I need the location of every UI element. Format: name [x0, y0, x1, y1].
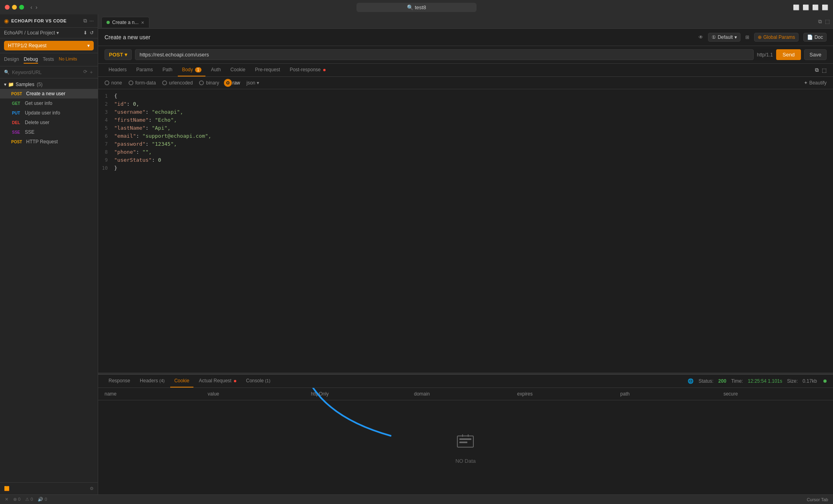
sidebar-item-sse[interactable]: SSE SSE	[0, 127, 98, 137]
line-number: 10	[98, 165, 114, 171]
env-select[interactable]: ① Default ▾	[708, 33, 740, 42]
radio-binary	[199, 80, 204, 85]
window-icon[interactable]: ⬜	[812, 4, 819, 10]
doc-label: Doc	[815, 34, 823, 40]
tab-auth[interactable]: Auth	[207, 64, 225, 76]
sidebar-search[interactable]: 🔍 Keyword/URL ⟳ ＋	[0, 66, 98, 78]
back-button[interactable]: ‹	[30, 4, 32, 10]
send-button[interactable]: Send	[776, 49, 801, 60]
split-view-icon[interactable]: ⧉	[818, 18, 822, 25]
resp-tab-actual-request[interactable]: Actual Request	[195, 375, 241, 388]
line-content: }	[114, 165, 117, 171]
item-label: SSE	[25, 129, 34, 135]
refresh-icon[interactable]: ↺	[90, 30, 94, 36]
tab-body[interactable]: Body 1	[178, 64, 205, 76]
search-icon: 🔍	[4, 70, 10, 75]
tab-params[interactable]: Params	[132, 64, 157, 76]
expand-icon[interactable]: ⬚	[825, 18, 830, 24]
json-key: "password"	[114, 141, 145, 147]
tab-no-limits[interactable]: No Limits	[59, 56, 77, 64]
sync-icon[interactable]: ⟳	[83, 69, 87, 76]
tab-close-icon[interactable]: ✕	[141, 20, 144, 25]
json-colon: :	[136, 133, 139, 139]
doc-button[interactable]: 📄 Doc	[803, 33, 827, 42]
json-key: "lastName"	[114, 125, 145, 131]
tab-cookie[interactable]: Cookie	[226, 64, 249, 76]
fullscreen-icon[interactable]: ⬜	[822, 4, 828, 10]
body-options: none form-data urlencoded binary raw jso…	[98, 77, 833, 89]
download-icon[interactable]: ⬇	[83, 30, 87, 36]
col-httponly: httpOnly	[311, 391, 414, 397]
expand-icon[interactable]: ⬚	[822, 67, 827, 73]
col-expires: expires	[517, 391, 620, 397]
tab-design[interactable]: Design	[4, 56, 19, 64]
option-binary[interactable]: binary	[199, 80, 219, 86]
method-badge-put: PUT	[10, 110, 22, 116]
col-name: name	[105, 391, 208, 397]
size-label: Size:	[787, 378, 798, 384]
more-icon[interactable]: ···	[89, 18, 94, 24]
code-editor[interactable]: 1{2 "id": 0,3 "username": "echoapi",4 "f…	[98, 89, 833, 373]
resp-tab-headers[interactable]: Headers (4)	[136, 375, 169, 388]
option-raw[interactable]: raw	[225, 80, 240, 86]
warning-count: ⚠ 0	[25, 497, 33, 502]
time-value: 12:25:54 1.101s	[748, 378, 782, 384]
tab-post-response[interactable]: Post-response	[286, 64, 330, 76]
col-secure: secure	[723, 391, 827, 397]
item-label: Delete user	[25, 120, 49, 125]
resp-tab-cookie[interactable]: Cookie	[170, 375, 193, 388]
global-params-icon: ⊕	[758, 34, 762, 40]
line-number: 9	[98, 157, 114, 163]
option-urlencoded[interactable]: urlencoded	[162, 80, 193, 86]
local-project-label[interactable]: Local Project ▾	[27, 30, 59, 36]
resp-tab-response[interactable]: Response	[105, 375, 134, 388]
option-form-data[interactable]: form-data	[129, 80, 156, 86]
sidebar-item-delete-user[interactable]: DEL Delete user	[0, 118, 98, 127]
beautify-button[interactable]: ✦ Beautify	[804, 80, 827, 86]
tab-debug[interactable]: Debug	[24, 56, 38, 64]
line-content: "userStatus": 0	[114, 157, 161, 163]
active-tab[interactable]: Create a n... ✕	[101, 17, 149, 28]
close-button[interactable]	[5, 5, 10, 10]
status-x-icon: ✕	[5, 497, 8, 502]
sidebar-item-get-user[interactable]: GET Get user info	[0, 98, 98, 108]
tab-path[interactable]: Path	[159, 64, 177, 76]
actual-request-dot	[234, 380, 236, 382]
json-colon: :	[145, 141, 149, 147]
maximize-button[interactable]	[19, 5, 24, 10]
response-tabs: Response Headers (4) Cookie Actual Reque…	[98, 375, 833, 388]
chevron-down-icon: ▾	[734, 34, 737, 40]
global-params-button[interactable]: ⊕ Global Params	[754, 33, 799, 42]
tab-headers[interactable]: Headers	[105, 64, 131, 76]
method-badge-post: POST	[10, 91, 24, 96]
tab-tests[interactable]: Tests	[43, 56, 54, 64]
url-input[interactable]	[135, 49, 754, 60]
copy-icon[interactable]: ⧉	[815, 67, 819, 73]
forward-button[interactable]: ›	[36, 4, 38, 10]
sidebar-item-create-user[interactable]: POST Create a new user	[0, 89, 98, 98]
request-tabs: Headers Params Path Body 1 Auth Cookie P…	[98, 64, 833, 77]
minimize-button[interactable]	[12, 5, 17, 10]
format-select[interactable]: json ▾	[246, 80, 259, 86]
sidebar: ◉ ECHOAPI FOR VS CODE ⧉ ··· EchoAPI / Lo…	[0, 14, 98, 494]
add-icon[interactable]: ＋	[89, 69, 94, 76]
json-colon: :	[136, 149, 139, 155]
line-number: 8	[98, 149, 114, 155]
echoapi-label: EchoAPI	[4, 30, 23, 36]
chevron-down-icon: ▾	[125, 52, 127, 58]
method-select[interactable]: POST ▾	[105, 49, 132, 60]
panel-icon[interactable]: ⬜	[793, 4, 799, 10]
sidebar-item-update-user[interactable]: PUT Update user info	[0, 108, 98, 118]
copy-icon[interactable]: ⧉	[83, 18, 87, 24]
line-content: "lastName": "Api",	[114, 125, 171, 131]
tab-bar: Create a n... ✕ ⧉ ⬚	[98, 14, 833, 29]
resp-tab-console[interactable]: Console (1)	[242, 375, 274, 388]
layout-icon[interactable]: ⬜	[803, 4, 809, 10]
samples-group-header[interactable]: ▾ 📁 Samples (5)	[0, 80, 98, 89]
save-button[interactable]: Save	[804, 49, 827, 60]
sidebar-item-http-request[interactable]: POST HTTP Request	[0, 137, 98, 147]
option-none[interactable]: none	[105, 80, 122, 86]
radio-form-data	[129, 80, 133, 85]
http-request-button[interactable]: HTTP1/2 Request ▾	[4, 41, 94, 50]
tab-pre-request[interactable]: Pre-request	[251, 64, 284, 76]
